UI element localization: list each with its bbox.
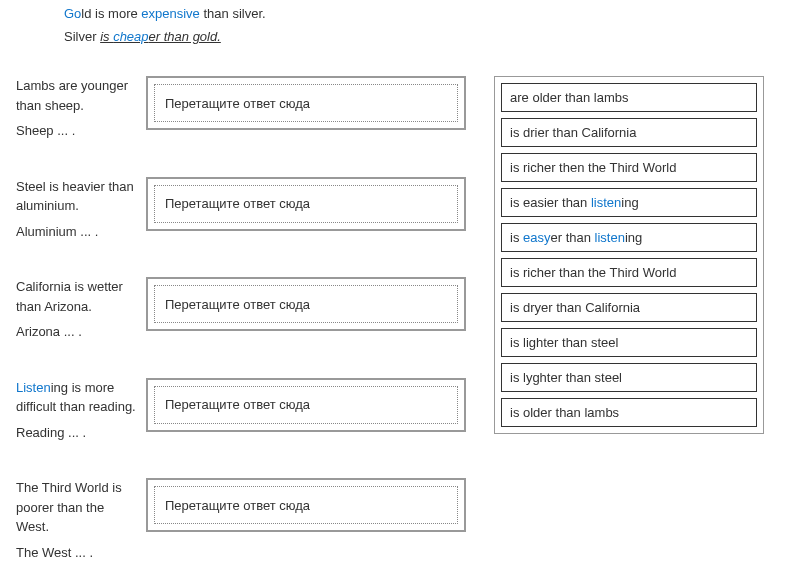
dropzone-container: Перетащите ответ сюда xyxy=(146,378,466,432)
question-row: California is wetter than Arizona. Arizo… xyxy=(16,277,466,348)
drag-option[interactable]: is lyghter than steel xyxy=(501,363,757,392)
example-block: Gold is more expensive than silver. Silv… xyxy=(0,0,795,76)
question-prompt: The Third World is poorer than the West.… xyxy=(16,478,136,568)
typo-highlight: Go xyxy=(64,6,81,21)
question-row: The Third World is poorer than the West.… xyxy=(16,478,466,568)
question-prompt: Lambs are younger than sheep. Sheep ... … xyxy=(16,76,136,147)
drag-option[interactable]: is easier than listening xyxy=(501,188,757,217)
drag-option[interactable]: is richer than the Third World xyxy=(501,258,757,287)
question-row: Lambs are younger than sheep. Sheep ... … xyxy=(16,76,466,147)
dropzone-container: Перетащите ответ сюда xyxy=(146,76,466,130)
answer-dropzone[interactable]: Перетащите ответ сюда xyxy=(154,486,458,524)
drag-option[interactable]: is lighter than steel xyxy=(501,328,757,357)
questions-column: Lambs are younger than sheep. Sheep ... … xyxy=(16,76,466,568)
answer-dropzone[interactable]: Перетащите ответ сюда xyxy=(154,386,458,424)
example-line-2: Silver is cheaper than gold. xyxy=(64,29,795,44)
answer-dropzone[interactable]: Перетащите ответ сюда xyxy=(154,185,458,223)
drag-option[interactable]: is easyer than listening xyxy=(501,223,757,252)
drag-option[interactable]: is drier than California xyxy=(501,118,757,147)
options-panel: are older than lambs is drier than Calif… xyxy=(494,76,764,434)
question-prompt: Steel is heavier than aluminium. Alumini… xyxy=(16,177,136,248)
question-prompt: Listening is more difficult than reading… xyxy=(16,378,136,449)
drag-option[interactable]: is dryer than California xyxy=(501,293,757,322)
question-row: Listening is more difficult than reading… xyxy=(16,378,466,449)
drag-option[interactable]: are older than lambs xyxy=(501,83,757,112)
question-prompt: California is wetter than Arizona. Arizo… xyxy=(16,277,136,348)
dropzone-container: Перетащите ответ сюда xyxy=(146,177,466,231)
answer-dropzone[interactable]: Перетащите ответ сюда xyxy=(154,285,458,323)
answer-dropzone[interactable]: Перетащите ответ сюда xyxy=(154,84,458,122)
example-answer: is cheaper than gold. xyxy=(100,29,221,44)
question-row: Steel is heavier than aluminium. Alumini… xyxy=(16,177,466,248)
drag-option[interactable]: is richer then the Third World xyxy=(501,153,757,182)
drag-option[interactable]: is older than lambs xyxy=(501,398,757,427)
example-line-1: Gold is more expensive than silver. xyxy=(64,6,795,21)
dropzone-container: Перетащите ответ сюда xyxy=(146,478,466,532)
dropzone-container: Перетащите ответ сюда xyxy=(146,277,466,331)
